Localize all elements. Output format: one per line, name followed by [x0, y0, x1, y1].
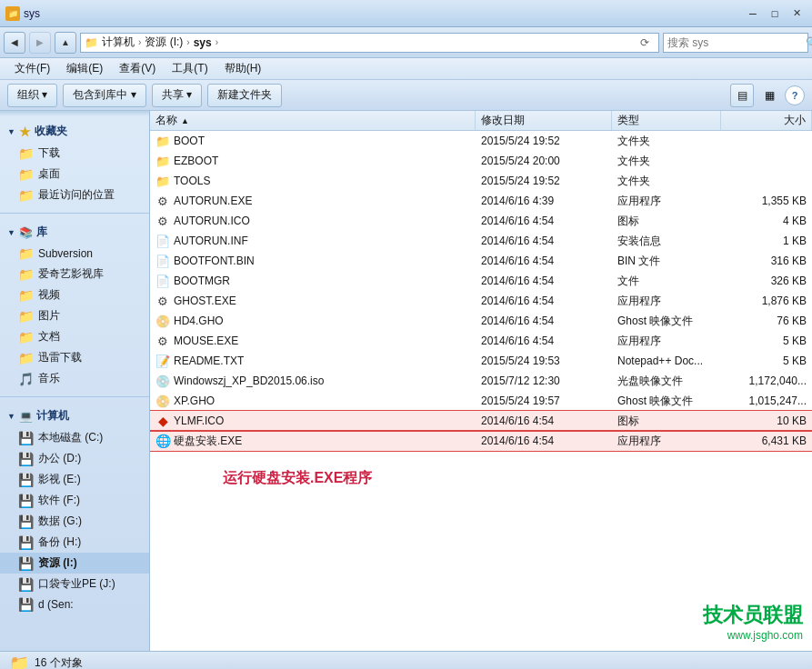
filelist-header: 名称 ▲ 修改日期 类型 大小 — [150, 111, 812, 131]
filelist-body: 📁BOOT 2015/5/24 19:52 文件夹 📁EZBOOT 2015/5… — [150, 131, 812, 651]
path-arrow-3: › — [216, 37, 218, 47]
table-row[interactable]: 📄AUTORUN.INF 2014/6/16 4:54 安装信息 1 KB — [150, 231, 812, 251]
col-header-size[interactable]: 大小 — [721, 111, 812, 130]
sidebar-item-label: 音乐 — [38, 371, 60, 386]
titlebar-controls: ─ □ ✕ — [743, 5, 807, 23]
filelist: 名称 ▲ 修改日期 类型 大小 📁BOOT 2015/5/24 19: — [150, 111, 812, 651]
annotation-text: 运行硬盘安装.EXE程序 — [223, 470, 372, 485]
sidebar-item-download[interactable]: 📁 下载 — [0, 143, 149, 164]
path-part-1: 计算机 — [102, 35, 135, 50]
status-count: 📁 16 个对象 — [9, 654, 83, 670]
table-row[interactable]: ⚙GHOST.EXE 2014/6/16 4:54 应用程序 1,876 KB — [150, 291, 812, 311]
download-icon: 📁 — [18, 146, 33, 161]
file-icon: 💿 — [155, 374, 170, 388]
table-row[interactable]: ⚙AUTORUN.ICO 2014/6/16 4:54 图标 4 KB — [150, 211, 812, 231]
address-box[interactable]: 📁 计算机 › 资源 (I:) › sys › ⟳ — [80, 33, 659, 53]
thunder-icon: 📁 — [18, 351, 33, 365]
table-row[interactable]: 🌐硬盘安装.EXE 2014/6/16 4:54 应用程序 6,431 KB — [150, 431, 812, 451]
minimize-button[interactable]: ─ — [743, 5, 763, 23]
sidebar-item-subversion[interactable]: 📁 Subversion — [0, 244, 149, 264]
table-row[interactable]: 📀XP.GHO 2015/5/24 19:57 Ghost 映像文件 1,015… — [150, 391, 812, 411]
file-icon: ⚙ — [155, 214, 170, 228]
up-button[interactable]: ▲ — [55, 32, 76, 54]
forward-button[interactable]: ▶ — [29, 32, 51, 54]
table-row[interactable]: 📁EZBOOT 2015/5/24 20:00 文件夹 — [150, 151, 812, 171]
close-button[interactable]: ✕ — [787, 5, 807, 23]
table-row[interactable]: ⚙AUTORUN.EXE 2014/6/16 4:39 应用程序 1,355 K… — [150, 191, 812, 211]
col-header-date[interactable]: 修改日期 — [476, 111, 612, 130]
sidebar-item-label: 备份 (H:) — [38, 534, 81, 550]
watermark: 技术员联盟 www.jsgho.com — [703, 602, 803, 642]
table-row[interactable]: 📝README.TXT 2015/5/24 19:53 Notepad++ Do… — [150, 351, 812, 371]
sidebar-item-label: 下载 — [38, 145, 60, 161]
table-row[interactable]: 📀HD4.GHO 2014/6/16 4:54 Ghost 映像文件 76 KB — [150, 311, 812, 331]
table-row[interactable]: 📁BOOT 2015/5/24 19:52 文件夹 — [150, 131, 812, 151]
sidebar-item-g[interactable]: 💾 数据 (G:) — [0, 511, 149, 532]
file-icon: 📄 — [155, 254, 170, 268]
sidebar-item-j[interactable]: 💾 口袋专业PE (J:) — [0, 574, 149, 594]
refresh-button[interactable]: ⟳ — [635, 33, 655, 53]
col-header-name[interactable]: 名称 ▲ — [150, 111, 476, 130]
address-path: 📁 计算机 › 资源 (I:) › sys › — [85, 35, 635, 50]
sidebar-item-music[interactable]: 🎵 音乐 — [0, 368, 149, 389]
sidebar-item-pictures[interactable]: 📁 图片 — [0, 305, 149, 326]
menu-edit[interactable]: 编辑(E) — [59, 59, 110, 78]
sidebar-item-f[interactable]: 💾 软件 (F:) — [0, 490, 149, 511]
sidebar-item-i[interactable]: 💾 资源 (I:) — [0, 553, 149, 574]
sidebar-item-label: 软件 (F:) — [38, 493, 80, 508]
table-row[interactable]: 📁TOOLS 2015/5/24 19:52 文件夹 — [150, 171, 812, 191]
sidebar-item-c[interactable]: 💾 本地磁盘 (C:) — [0, 427, 149, 448]
menu-tools[interactable]: 工具(T) — [165, 59, 215, 78]
path-arrow-1: › — [138, 37, 141, 47]
pictures-icon: 📁 — [18, 309, 33, 324]
sidebar-item-d[interactable]: 💾 办公 (D:) — [0, 448, 149, 469]
file-icon: 📀 — [155, 314, 170, 328]
table-row[interactable]: 📄BOOTMGR 2014/6/16 4:54 文件 326 KB — [150, 271, 812, 291]
table-row[interactable]: ◆YLMF.ICO 2014/6/16 4:54 图标 10 KB — [150, 411, 812, 431]
search-icon[interactable]: 🔍 — [806, 36, 812, 49]
menu-file[interactable]: 文件(F) — [7, 59, 57, 78]
col-header-type[interactable]: 类型 — [612, 111, 721, 130]
sidebar-item-label: 爱奇艺影视库 — [38, 266, 104, 282]
sidebar-item-desktop[interactable]: 📁 桌面 — [0, 164, 149, 185]
table-row[interactable]: 💿Windowszj_XP_BD2015.06.iso 2015/7/12 12… — [150, 371, 812, 391]
sidebar-item-video[interactable]: 📁 视频 — [0, 285, 149, 305]
table-row[interactable]: 📄BOOTFONT.BIN 2014/6/16 4:54 BIN 文件 316 … — [150, 251, 812, 271]
search-box[interactable]: 🔍 — [663, 33, 808, 53]
sidebar-item-label: 视频 — [38, 287, 60, 303]
table-row[interactable]: ⚙MOUSE.EXE 2014/6/16 4:54 应用程序 5 KB — [150, 331, 812, 351]
disk-c-icon: 💾 — [18, 431, 33, 445]
sidebar-item-iqiyi[interactable]: 📁 爱奇艺影视库 — [0, 264, 149, 285]
sidebar-item-e[interactable]: 💾 影视 (E:) — [0, 469, 149, 490]
sidebar-item-docs[interactable]: 📁 文档 — [0, 326, 149, 347]
sidebar-item-h[interactable]: 💾 备份 (H:) — [0, 532, 149, 553]
sidebar-item-d2[interactable]: 💾 d (Sen: — [0, 594, 149, 614]
view-button[interactable]: ▤ — [730, 84, 754, 107]
sidebar: ▼ ★ 收藏夹 📁 下载 📁 桌面 📁 最近访问的位置 — [0, 111, 150, 651]
sidebar-item-label: 资源 (I:) — [38, 555, 77, 571]
include-button[interactable]: 包含到库中 ▾ — [63, 84, 145, 107]
sidebar-item-thunder[interactable]: 📁 迅雷下载 — [0, 347, 149, 368]
search-input[interactable] — [667, 36, 804, 49]
sidebar-item-label: d (Sen: — [38, 598, 74, 611]
path-part-2: 资源 (I:) — [145, 35, 183, 50]
sidebar-item-label: 迅雷下载 — [38, 350, 82, 365]
new-folder-button[interactable]: 新建文件夹 — [207, 84, 282, 107]
organize-button[interactable]: 组织 ▾ — [7, 84, 57, 107]
disk-i-icon: 💾 — [18, 556, 33, 571]
menu-view[interactable]: 查看(V) — [112, 59, 163, 78]
menu-help[interactable]: 帮助(H) — [217, 59, 269, 78]
help-button[interactable]: ? — [785, 85, 805, 105]
sidebar-item-label: 本地磁盘 (C:) — [38, 430, 103, 445]
file-icon: ◆ — [155, 414, 170, 428]
sidebar-item-recent[interactable]: 📁 最近访问的位置 — [0, 185, 149, 205]
share-button[interactable]: 共享 ▾ — [152, 84, 202, 107]
file-icon: 📁 — [155, 174, 170, 188]
computer-header: ▼ 💻 计算机 — [0, 404, 149, 427]
maximize-button[interactable]: □ — [765, 5, 785, 23]
back-button[interactable]: ◀ — [4, 32, 25, 54]
sidebar-item-label: 桌面 — [38, 166, 60, 182]
disk-g-icon: 💾 — [18, 514, 33, 529]
sidebar-item-label: 口袋专业PE (J:) — [38, 576, 115, 592]
panel-toggle-button[interactable]: ▦ — [759, 85, 779, 105]
